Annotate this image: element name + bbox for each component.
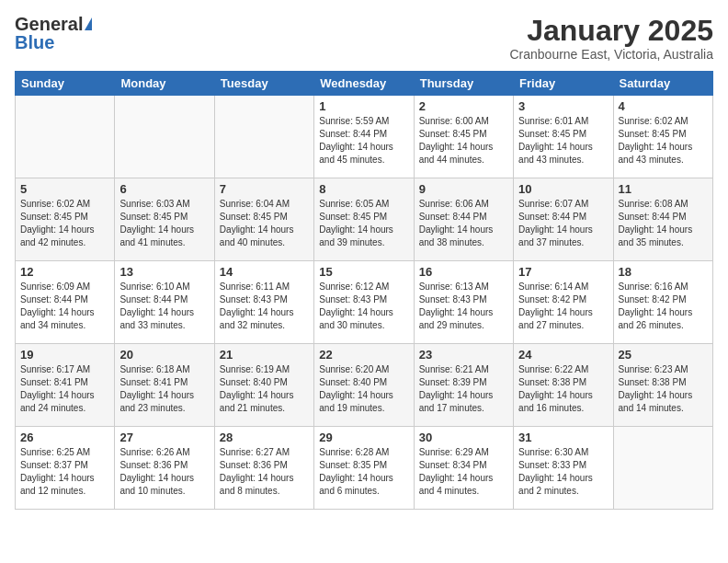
cell-info: Sunrise: 6:01 AM Sunset: 8:45 PM Dayligh…	[518, 115, 608, 167]
day-number: 29	[319, 431, 408, 444]
cell-info: Sunrise: 6:18 AM Sunset: 8:41 PM Dayligh…	[119, 363, 209, 415]
calendar-cell: 27Sunrise: 6:26 AM Sunset: 8:36 PM Dayli…	[115, 427, 214, 510]
day-number: 19	[20, 348, 109, 362]
calendar-cell: 8Sunrise: 6:05 AM Sunset: 8:45 PM Daylig…	[314, 178, 414, 261]
calendar-cell: 9Sunrise: 6:06 AM Sunset: 8:44 PM Daylig…	[414, 178, 513, 261]
calendar-cell: 22Sunrise: 6:20 AM Sunset: 8:40 PM Dayli…	[314, 344, 414, 427]
day-number: 22	[319, 348, 408, 362]
calendar-cell: 6Sunrise: 6:03 AM Sunset: 8:45 PM Daylig…	[115, 178, 214, 261]
cell-info: Sunrise: 6:12 AM Sunset: 8:43 PM Dayligh…	[319, 281, 408, 332]
cell-info: Sunrise: 6:21 AM Sunset: 8:39 PM Dayligh…	[419, 363, 508, 415]
cell-info: Sunrise: 6:08 AM Sunset: 8:44 PM Dayligh…	[619, 198, 708, 249]
cell-info: Sunrise: 6:09 AM Sunset: 8:44 PM Dayligh…	[20, 281, 109, 332]
day-number: 3	[518, 99, 608, 113]
day-number: 27	[119, 431, 209, 444]
day-number: 2	[419, 99, 508, 113]
calendar-week-row: 12Sunrise: 6:09 AM Sunset: 8:44 PM Dayli…	[16, 261, 713, 344]
cell-info: Sunrise: 6:26 AM Sunset: 8:36 PM Dayligh…	[119, 446, 209, 498]
day-number: 30	[419, 431, 508, 444]
day-number: 20	[119, 348, 209, 362]
location-text: Cranbourne East, Victoria, Australia	[509, 47, 713, 62]
calendar-cell: 26Sunrise: 6:25 AM Sunset: 8:37 PM Dayli…	[16, 427, 115, 510]
day-number: 5	[20, 182, 109, 196]
cell-info: Sunrise: 6:05 AM Sunset: 8:45 PM Dayligh…	[319, 198, 408, 249]
cell-info: Sunrise: 6:03 AM Sunset: 8:45 PM Dayligh…	[119, 198, 209, 249]
calendar-cell: 13Sunrise: 6:10 AM Sunset: 8:44 PM Dayli…	[115, 261, 214, 344]
calendar-cell: 1Sunrise: 5:59 AM Sunset: 8:44 PM Daylig…	[314, 96, 414, 178]
logo-triangle-icon	[85, 17, 92, 30]
title-block: January 2025 Cranbourne East, Victoria, …	[509, 15, 713, 62]
calendar-cell: 19Sunrise: 6:17 AM Sunset: 8:41 PM Dayli…	[16, 344, 115, 427]
day-number: 4	[619, 99, 708, 113]
day-number: 9	[419, 182, 508, 196]
weekday-header-friday: Friday	[514, 72, 613, 96]
cell-info: Sunrise: 6:04 AM Sunset: 8:45 PM Dayligh…	[220, 198, 309, 249]
cell-info: Sunrise: 6:20 AM Sunset: 8:40 PM Dayligh…	[319, 363, 408, 415]
day-number: 6	[119, 182, 209, 196]
calendar-cell: 28Sunrise: 6:27 AM Sunset: 8:36 PM Dayli…	[214, 427, 313, 510]
day-number: 1	[319, 99, 408, 113]
cell-info: Sunrise: 6:11 AM Sunset: 8:43 PM Dayligh…	[220, 281, 309, 332]
logo-general-text: General	[15, 15, 83, 33]
calendar-week-row: 19Sunrise: 6:17 AM Sunset: 8:41 PM Dayli…	[16, 344, 713, 427]
calendar-week-row: 1Sunrise: 5:59 AM Sunset: 8:44 PM Daylig…	[16, 96, 713, 178]
calendar-cell	[613, 427, 712, 510]
day-number: 16	[419, 265, 508, 279]
calendar-cell: 10Sunrise: 6:07 AM Sunset: 8:44 PM Dayli…	[514, 178, 613, 261]
cell-info: Sunrise: 6:25 AM Sunset: 8:37 PM Dayligh…	[20, 446, 109, 498]
cell-info: Sunrise: 6:27 AM Sunset: 8:36 PM Dayligh…	[220, 446, 309, 498]
cell-info: Sunrise: 6:02 AM Sunset: 8:45 PM Dayligh…	[20, 198, 109, 249]
weekday-header-row: SundayMondayTuesdayWednesdayThursdayFrid…	[16, 72, 713, 96]
calendar-cell: 20Sunrise: 6:18 AM Sunset: 8:41 PM Dayli…	[115, 344, 214, 427]
weekday-header-tuesday: Tuesday	[214, 72, 313, 96]
calendar-cell: 18Sunrise: 6:16 AM Sunset: 8:42 PM Dayli…	[613, 261, 712, 344]
calendar-cell: 14Sunrise: 6:11 AM Sunset: 8:43 PM Dayli…	[214, 261, 313, 344]
day-number: 12	[20, 265, 109, 279]
calendar-cell: 17Sunrise: 6:14 AM Sunset: 8:42 PM Dayli…	[514, 261, 613, 344]
cell-info: Sunrise: 5:59 AM Sunset: 8:44 PM Dayligh…	[319, 115, 408, 167]
weekday-header-monday: Monday	[115, 72, 214, 96]
cell-info: Sunrise: 6:07 AM Sunset: 8:44 PM Dayligh…	[518, 198, 608, 249]
cell-info: Sunrise: 6:30 AM Sunset: 8:33 PM Dayligh…	[518, 446, 608, 498]
cell-info: Sunrise: 6:10 AM Sunset: 8:44 PM Dayligh…	[119, 281, 209, 332]
day-number: 28	[220, 431, 309, 444]
day-number: 11	[619, 182, 708, 196]
logo-blue-text: Blue	[15, 33, 54, 52]
calendar-cell: 29Sunrise: 6:28 AM Sunset: 8:35 PM Dayli…	[314, 427, 414, 510]
calendar-cell: 3Sunrise: 6:01 AM Sunset: 8:45 PM Daylig…	[514, 96, 613, 178]
weekday-header-sunday: Sunday	[16, 72, 115, 96]
weekday-header-wednesday: Wednesday	[314, 72, 414, 96]
calendar-cell: 31Sunrise: 6:30 AM Sunset: 8:33 PM Dayli…	[514, 427, 613, 510]
cell-info: Sunrise: 6:16 AM Sunset: 8:42 PM Dayligh…	[619, 281, 708, 332]
day-number: 8	[319, 182, 408, 196]
day-number: 31	[518, 431, 608, 444]
day-number: 26	[20, 431, 109, 444]
cell-info: Sunrise: 6:19 AM Sunset: 8:40 PM Dayligh…	[220, 363, 309, 415]
day-number: 14	[220, 265, 309, 279]
day-number: 17	[518, 265, 608, 279]
cell-info: Sunrise: 6:29 AM Sunset: 8:34 PM Dayligh…	[419, 446, 508, 498]
day-number: 7	[220, 182, 309, 196]
cell-info: Sunrise: 6:02 AM Sunset: 8:45 PM Dayligh…	[619, 115, 708, 167]
calendar-cell: 16Sunrise: 6:13 AM Sunset: 8:43 PM Dayli…	[414, 261, 513, 344]
day-number: 21	[220, 348, 309, 362]
cell-info: Sunrise: 6:00 AM Sunset: 8:45 PM Dayligh…	[419, 115, 508, 167]
day-number: 13	[119, 265, 209, 279]
month-title: January 2025	[509, 15, 713, 47]
logo: General Blue	[15, 15, 92, 52]
calendar-cell: 5Sunrise: 6:02 AM Sunset: 8:45 PM Daylig…	[16, 178, 115, 261]
calendar-cell: 2Sunrise: 6:00 AM Sunset: 8:45 PM Daylig…	[414, 96, 513, 178]
cell-info: Sunrise: 6:28 AM Sunset: 8:35 PM Dayligh…	[319, 446, 408, 498]
cell-info: Sunrise: 6:13 AM Sunset: 8:43 PM Dayligh…	[419, 281, 508, 332]
page-header: General Blue January 2025 Cranbourne Eas…	[15, 15, 713, 62]
calendar-cell: 7Sunrise: 6:04 AM Sunset: 8:45 PM Daylig…	[214, 178, 313, 261]
calendar-cell: 23Sunrise: 6:21 AM Sunset: 8:39 PM Dayli…	[414, 344, 513, 427]
calendar-week-row: 5Sunrise: 6:02 AM Sunset: 8:45 PM Daylig…	[16, 178, 713, 261]
weekday-header-thursday: Thursday	[414, 72, 513, 96]
calendar-cell: 15Sunrise: 6:12 AM Sunset: 8:43 PM Dayli…	[314, 261, 414, 344]
cell-info: Sunrise: 6:23 AM Sunset: 8:38 PM Dayligh…	[619, 363, 708, 415]
calendar-cell	[115, 96, 214, 178]
calendar-cell: 4Sunrise: 6:02 AM Sunset: 8:45 PM Daylig…	[613, 96, 712, 178]
calendar-cell: 30Sunrise: 6:29 AM Sunset: 8:34 PM Dayli…	[414, 427, 513, 510]
cell-info: Sunrise: 6:22 AM Sunset: 8:38 PM Dayligh…	[518, 363, 608, 415]
